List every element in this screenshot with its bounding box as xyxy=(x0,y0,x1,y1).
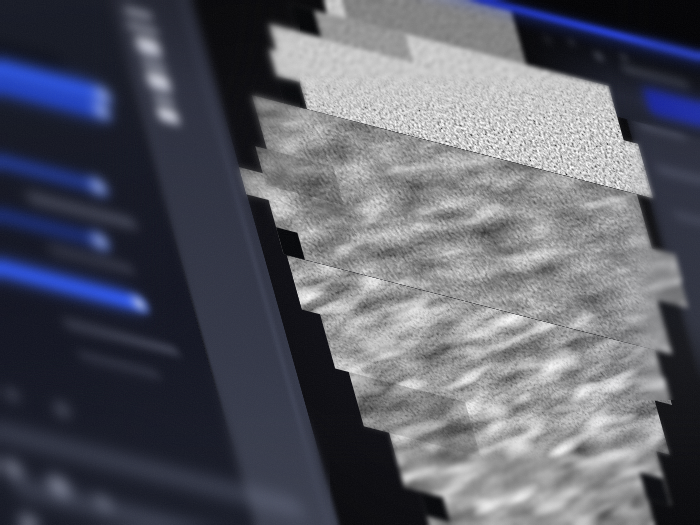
photo-grain xyxy=(0,0,700,525)
photo-of-monitor xyxy=(0,0,700,525)
